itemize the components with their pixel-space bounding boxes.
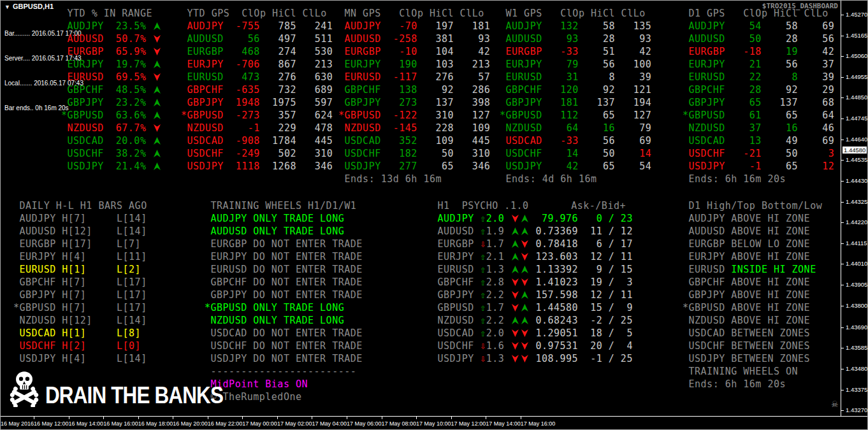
text-cell: 20 / 4 xyxy=(578,340,633,352)
up-arrow-icon xyxy=(512,227,519,235)
text-row: *GBPUSD ONLY TRADE LONG xyxy=(205,301,363,314)
text-cell: 597 xyxy=(296,97,333,108)
up-arrow-icon xyxy=(154,111,161,119)
text-row: TRAINING WHEELS H1/D1/W1 xyxy=(205,199,363,212)
down-arrow-icon xyxy=(512,291,519,299)
text-cell: 19.7% xyxy=(104,59,152,70)
text-cell: 274 xyxy=(260,46,296,57)
text-row: USDCHF -21 50 3 xyxy=(683,147,834,160)
text-cell: 93 xyxy=(615,33,651,45)
text-row: USDCHF DO NOT ENTER TRADE xyxy=(205,340,363,352)
text-row: Ends: 6h 16m 20s xyxy=(683,173,834,185)
up-arrow-icon xyxy=(512,266,519,273)
price-label: 1.44430 xyxy=(846,177,867,184)
down-arrow-icon xyxy=(521,253,528,261)
text-cell: 1268 xyxy=(260,161,296,172)
down-arrow-icon xyxy=(512,278,519,286)
price-tick xyxy=(841,160,844,161)
text-cell: GBPCHF xyxy=(61,84,104,96)
text-cell: 352 xyxy=(381,135,417,147)
text-cell: 57 xyxy=(454,71,490,83)
text-row: AUDJPY -755 785 241 xyxy=(181,20,333,32)
text-cell: 194 xyxy=(615,97,651,108)
text-row: GBPCHF 120 92 121 xyxy=(500,83,651,96)
text-cell: 228 xyxy=(417,122,454,134)
text-cell: 530 xyxy=(296,46,333,57)
text-cell: GBPJPY xyxy=(181,97,224,108)
down-arrow-icon xyxy=(154,124,161,132)
text-cell: 1.7 xyxy=(486,302,510,313)
text-cell: -21 xyxy=(725,148,762,159)
text-cell: 478 xyxy=(296,122,333,134)
text-row: USDJPY 42 65 54 xyxy=(500,160,651,173)
text-row: H1 PSYCHO .1.0 Ask-/Bid+ xyxy=(431,199,633,212)
text-row: Ends: 4d 6h 16m xyxy=(500,173,651,185)
text-cell: -635 xyxy=(224,84,260,96)
text-cell: 100 xyxy=(615,59,651,70)
text-cell: *GBPUSD xyxy=(500,110,542,121)
text-cell: 21 xyxy=(725,59,762,70)
text-cell: 624 xyxy=(296,110,333,121)
text-cell: 1.3 xyxy=(486,264,510,275)
text-cell: Ends: 6h 16m 20s xyxy=(683,173,786,185)
text-cell: EURGBP xyxy=(181,46,224,57)
text-cell: 2.2 xyxy=(486,289,510,301)
text-cell: 64 xyxy=(798,110,834,121)
text-row: GBPCHF DO NOT ENTER TRADE xyxy=(205,276,363,289)
text-cell: *GBPUSD ABOVE HI ZONE xyxy=(683,302,810,313)
text-cell: USDJPY BETWEEN ZONES xyxy=(683,353,810,364)
text-cell: 109 xyxy=(417,135,454,147)
text-cell: AUDJPY xyxy=(61,20,104,32)
text-cell: 8 xyxy=(579,71,615,83)
price-axis[interactable]: 1.452701.451651.450601.449551.448501.447… xyxy=(841,1,868,416)
panel-mn-gps: MN GPS ClOp HiCl ClLo AUDJPY -70 197 181… xyxy=(338,7,490,185)
price-label: 1.43585 xyxy=(846,344,867,351)
time-label: 17 May 16:00 xyxy=(521,417,556,430)
text-cell: 56 xyxy=(579,59,615,70)
text-row: USDCHF 38.2% xyxy=(61,147,162,160)
price-tick xyxy=(841,369,844,369)
text-row: USDCHF 14 50 14 xyxy=(500,147,651,160)
price-tick xyxy=(841,327,844,328)
time-label: 17 May 14:00 xyxy=(486,417,521,430)
panel-daily-hl-bars-ago: DAILY H-L H1 BARS AGO AUDJPY H[7] L[14] … xyxy=(13,199,147,365)
text-cell: AUDJPY xyxy=(181,20,224,32)
text-cell: Ends: 13d 6h 16m xyxy=(338,173,442,185)
text-cell: EURGBP xyxy=(500,46,542,57)
price-label: 1.43480 xyxy=(846,365,867,372)
time-label: 17 May 02:00 xyxy=(277,417,312,430)
text-cell: 11 / 12 xyxy=(578,226,633,237)
text-cell: 49 xyxy=(762,135,798,147)
text-cell: GBPJPY xyxy=(683,97,725,108)
text-row: USDCHF H[2] L[0] xyxy=(13,340,147,352)
price-label: 1.44850 xyxy=(846,94,867,101)
up-arrow-icon xyxy=(512,240,519,248)
price-label: 1.44115 xyxy=(846,240,867,247)
time-label: 16 May 16:00 xyxy=(103,417,138,430)
text-row: EURGBP BELOW LO ZONE xyxy=(683,238,822,250)
text-cell: 38.2% xyxy=(104,148,152,159)
text-cell: 2.0 xyxy=(486,327,510,339)
chevron-down-icon[interactable]: ▼ xyxy=(4,4,10,10)
text-cell: 65 xyxy=(762,161,798,172)
text-cell: AUDUSD H[12] L[14] xyxy=(13,226,147,237)
up-arrow-icon xyxy=(512,253,519,261)
text-cell: EURJPY xyxy=(181,59,224,70)
text-cell: 445 xyxy=(454,135,490,147)
text-row: EURGBP H[17] L[7] xyxy=(13,238,147,250)
time-axis[interactable]: 16 May 201616 May 12:0016 May 14:0016 Ma… xyxy=(1,417,868,430)
text-cell: 93 xyxy=(454,33,490,45)
price-tick xyxy=(841,306,844,306)
price-tick xyxy=(841,181,844,182)
text-cell: USDCHF xyxy=(500,148,542,159)
time-label: 17 May 08:00 xyxy=(382,417,417,430)
down-arrow-icon xyxy=(512,342,519,350)
up-arrow-icon xyxy=(154,99,161,106)
text-cell: 497 xyxy=(260,33,296,45)
text-cell: 28 xyxy=(725,84,762,96)
text-cell: 22 xyxy=(725,71,762,83)
text-row: USDCAD -908 1784 445 xyxy=(181,134,333,147)
text-cell: NZDUSD ABOVE HI ZONE xyxy=(683,315,810,326)
text-cell: 50 xyxy=(725,33,762,45)
text-cell: NZDUSD ONLY TRADE LONG xyxy=(205,315,344,326)
